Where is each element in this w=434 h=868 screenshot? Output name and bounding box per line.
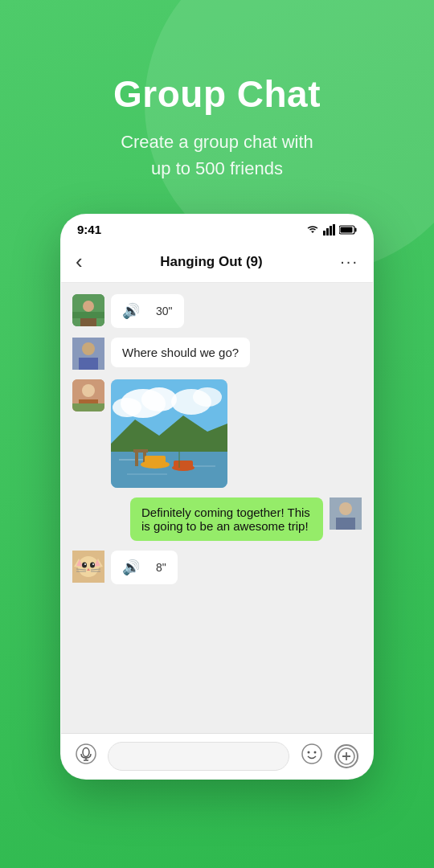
- avatar: [72, 294, 104, 326]
- svg-point-47: [90, 563, 95, 568]
- svg-point-60: [308, 751, 310, 754]
- status-icons: [305, 224, 357, 235]
- message-row: [72, 379, 362, 488]
- svg-rect-6: [341, 227, 353, 232]
- add-button[interactable]: [334, 744, 358, 768]
- svg-rect-10: [72, 312, 104, 318]
- message-row: 🔊 8": [72, 551, 362, 584]
- voice-play-icon: 🔊: [122, 302, 140, 320]
- avatar: [72, 551, 104, 583]
- voice-message-bubble[interactable]: 🔊 30": [111, 294, 184, 328]
- svg-rect-39: [336, 518, 355, 530]
- status-time: 9:41: [77, 223, 101, 236]
- avatar: [330, 497, 362, 530]
- svg-point-12: [82, 342, 95, 355]
- header-section: Group Chat Create a group chat with up t…: [0, 0, 434, 206]
- lake-image: [111, 379, 227, 488]
- svg-rect-2: [330, 226, 332, 235]
- svg-point-48: [84, 563, 86, 565]
- emoji-button[interactable]: [301, 743, 323, 770]
- nav-bar: ‹ Hanging Out (9) ···: [61, 241, 373, 283]
- phone-frame: 9:41: [60, 214, 374, 780]
- outgoing-message-bubble[interactable]: Definitely coming together! This is goin…: [130, 497, 323, 541]
- page-subtitle: Create a group chat with up to 500 frien…: [40, 129, 394, 182]
- svg-point-8: [83, 301, 94, 312]
- svg-point-20: [141, 387, 177, 411]
- wifi-icon: [305, 224, 320, 235]
- svg-point-15: [82, 384, 95, 397]
- svg-point-49: [92, 563, 94, 565]
- message-text: Definitely coming together! This is goin…: [141, 506, 310, 533]
- chat-toolbar: [61, 733, 373, 779]
- svg-point-38: [339, 502, 352, 515]
- message-row: 🔊 30": [72, 294, 362, 328]
- svg-rect-13: [79, 358, 98, 370]
- voice-button[interactable]: [76, 743, 96, 769]
- message-row: Where should we go?: [72, 338, 362, 370]
- more-button[interactable]: ···: [340, 252, 358, 271]
- voice-duration: 8": [156, 561, 166, 574]
- page-title: Group Chat: [40, 72, 394, 116]
- svg-rect-1: [326, 228, 329, 235]
- text-message-bubble[interactable]: Where should we go?: [111, 338, 250, 367]
- microphone-icon: [76, 743, 96, 764]
- battery-icon: [339, 225, 357, 235]
- chat-area[interactable]: 🔊 30" Where should we go?: [61, 283, 373, 733]
- voice-duration: 30": [156, 305, 173, 317]
- svg-rect-25: [111, 452, 227, 488]
- back-button[interactable]: ‹: [76, 249, 83, 274]
- voice-play-icon: 🔊: [122, 559, 140, 576]
- svg-rect-31: [133, 449, 148, 452]
- phone-mockup: 9:41: [0, 214, 434, 780]
- message-input[interactable]: [108, 742, 289, 771]
- voice-message-bubble[interactable]: 🔊 8": [111, 551, 178, 584]
- svg-point-56: [83, 748, 89, 757]
- signal-icon: [323, 224, 336, 235]
- svg-rect-35: [174, 461, 193, 468]
- avatar: [72, 379, 104, 411]
- emoji-icon: [301, 743, 323, 765]
- status-bar: 9:41: [61, 215, 373, 241]
- svg-rect-5: [355, 227, 357, 231]
- message-text: Where should we go?: [122, 346, 239, 359]
- avatar: [72, 338, 104, 370]
- plus-icon: [338, 747, 355, 765]
- svg-point-46: [82, 563, 87, 568]
- svg-rect-17: [72, 403, 104, 411]
- message-row: Definitely coming together! This is goin…: [72, 497, 362, 541]
- svg-rect-3: [333, 224, 335, 235]
- svg-point-61: [314, 751, 317, 754]
- chat-title: Hanging Out (9): [160, 254, 262, 270]
- svg-point-23: [193, 387, 222, 407]
- image-message-bubble[interactable]: [111, 379, 227, 488]
- svg-rect-0: [323, 231, 326, 235]
- svg-point-59: [302, 744, 321, 764]
- svg-rect-33: [145, 456, 166, 465]
- svg-point-21: [113, 398, 141, 417]
